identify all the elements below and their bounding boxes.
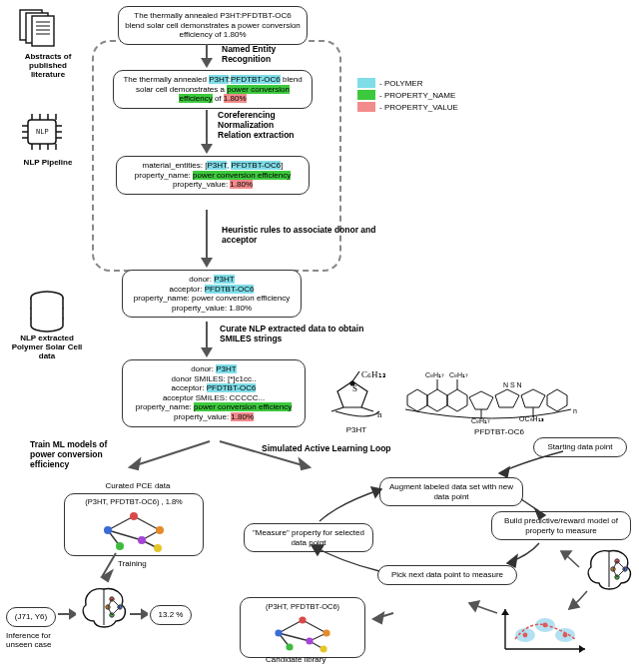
arrow [130, 607, 148, 621]
label-train: Train ML models of power conversion effi… [30, 439, 130, 469]
brain-icon-right [583, 547, 635, 595]
label-curate: Curate NLP extracted data to obtain SMIL… [220, 324, 389, 343]
candidate-label: Candidate library [266, 655, 325, 664]
svg-point-60 [156, 526, 164, 534]
svg-point-94 [306, 637, 313, 644]
docs-icon: Abstracts of published literature [18, 8, 78, 79]
t: The thermally annealed [134, 11, 220, 20]
molecule-p3ht: C₆H₁₃ S n P3HT [321, 369, 391, 434]
svg-line-48 [130, 441, 210, 467]
graph-icon [94, 508, 174, 552]
svg-marker-35 [495, 389, 519, 407]
svg-text:C₈H₁₇: C₈H₁₇ [449, 371, 468, 378]
svg-marker-80 [371, 487, 381, 497]
arrow [58, 607, 76, 621]
svg-text:C₈H₁₇: C₈H₁₇ [425, 371, 444, 378]
arrow-line [206, 110, 208, 144]
svg-text:S: S [352, 383, 357, 393]
svg-line-84 [279, 620, 303, 633]
label-cnr: Coreferencing Normalization Relation ext… [218, 110, 327, 140]
svg-point-95 [320, 645, 326, 652]
svg-point-90 [299, 616, 306, 623]
svg-point-118 [563, 633, 568, 638]
legend-swatch-propval [357, 102, 375, 112]
svg-marker-112 [501, 609, 509, 615]
svg-line-27 [361, 407, 373, 411]
arrow-head [200, 347, 214, 357]
mol2-label: PFDTBT-OC6 [399, 427, 599, 436]
label-ner: Named Entity Recognition [222, 44, 321, 64]
svg-line-52 [108, 516, 134, 530]
nlp-data-label: NLP extracted Polymer Solar Cell data [10, 334, 84, 360]
arrow [555, 545, 585, 573]
chip-label: NLP [36, 128, 49, 136]
arrow-head [200, 258, 214, 268]
box-extracted: material_entities: [P3HT, PFDTBT-OC6] pr… [116, 156, 310, 195]
nlp-pipeline-label: NLP Pipeline [18, 158, 78, 167]
label-heuristic: Heuristic rules to associate donor and a… [222, 225, 381, 245]
arrow [367, 607, 397, 627]
legend: - POLYMER - PROPERTY_NAME - PROPERTY_VAL… [357, 76, 458, 114]
arrow-head [200, 144, 214, 154]
curated-title: Curated PCE data [88, 481, 188, 490]
svg-marker-119 [469, 601, 479, 611]
graph-icon [266, 613, 339, 653]
svg-marker-111 [579, 645, 585, 653]
arrow-line [206, 44, 208, 58]
svg-marker-33 [447, 389, 467, 411]
svg-point-117 [543, 623, 548, 628]
svg-text:C₈H₁₇: C₈H₁₇ [471, 417, 490, 424]
box-smiles: donor: P3HT donor SMILES: [*]c1cc.. acce… [122, 359, 306, 427]
chem: P3HT:PFDTBT-OC6 [220, 11, 292, 20]
database-icon: NLP extracted Polymer Solar Cell data [10, 290, 84, 360]
svg-text:C₆H₁₃: C₆H₁₃ [361, 369, 386, 379]
molecule-pfdtbt: C₈H₁₇C₈H₁₇ C₈H₁₇OC₆H₁₃ N S N n PFDTBT-OC… [399, 365, 599, 436]
svg-marker-78 [142, 610, 148, 618]
svg-point-92 [322, 629, 329, 636]
svg-text:N S N: N S N [503, 381, 522, 388]
legend-swatch-polymer [357, 78, 375, 88]
legend-swatch-propname [357, 90, 375, 100]
svg-text:n: n [573, 407, 577, 414]
inf-output: 13.2 % [150, 605, 192, 625]
t: blend solar cell demonstrates a power co… [125, 21, 301, 40]
svg-marker-32 [427, 389, 447, 411]
svg-marker-31 [407, 389, 427, 411]
svg-text:n: n [377, 409, 382, 419]
inf-caption: Inference for unseen case [6, 631, 70, 649]
svg-line-55 [108, 530, 142, 540]
nlp-chip-icon: NLP NLP Pipeline [18, 110, 78, 167]
svg-marker-49 [130, 459, 140, 469]
svg-marker-36 [521, 389, 545, 407]
svg-marker-97 [373, 613, 383, 623]
svg-point-116 [523, 633, 528, 638]
svg-marker-34 [469, 391, 493, 409]
svg-point-61 [116, 542, 124, 550]
svg-marker-37 [547, 389, 567, 411]
svg-marker-82 [507, 555, 517, 567]
svg-point-63 [154, 544, 162, 552]
svg-line-85 [303, 620, 326, 633]
mol1-label: P3HT [321, 425, 391, 434]
arrow-line [206, 322, 208, 347]
svg-point-93 [286, 643, 293, 650]
brain-icon [78, 585, 130, 633]
svg-line-26 [331, 407, 343, 411]
box-ner: The thermally annealed P3HT:PFDTBT-OC6 b… [113, 70, 313, 109]
val: 1.80% [224, 30, 247, 39]
svg-point-59 [104, 526, 112, 534]
docs-label: Abstracts of published literature [18, 52, 78, 79]
svg-point-91 [275, 629, 282, 636]
svg-text:OC₆H₁₃: OC₆H₁₃ [519, 415, 544, 422]
arrow [465, 599, 501, 619]
svg-marker-67 [70, 610, 76, 618]
svg-point-62 [138, 536, 146, 544]
curated-box: (P3HT, PFDTBT-OC6) , 1.8% [64, 493, 204, 556]
plot-icon [499, 605, 589, 657]
svg-rect-2 [32, 16, 54, 46]
arrow-line [206, 210, 208, 258]
svg-marker-79 [499, 467, 509, 477]
svg-marker-81 [535, 509, 545, 519]
candidate-box: (P3HT, PFDTBT-OC6) [240, 597, 365, 658]
svg-line-53 [134, 516, 160, 530]
